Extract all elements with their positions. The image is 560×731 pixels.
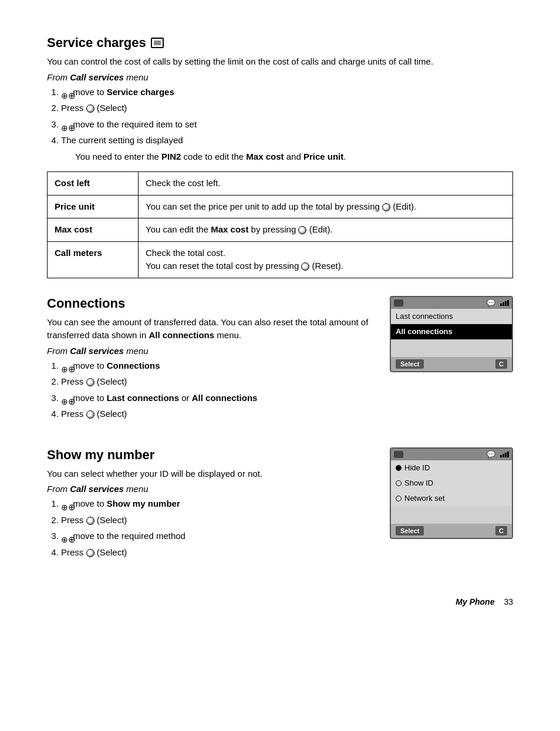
- step-4: The current setting is displayed You nee…: [61, 133, 513, 163]
- network-set-label: Network set: [404, 493, 445, 504]
- step-2: Press (Select): [61, 100, 513, 116]
- connections-title: Connections: [47, 296, 378, 311]
- page-footer: My Phone 33: [47, 591, 513, 607]
- service-charges-from-menu: From Call services menu: [47, 72, 513, 82]
- circle-btn-smn-1: [86, 517, 95, 525]
- circle-btn-conn-1: [86, 378, 95, 386]
- connections-title-text: Connections: [47, 296, 125, 311]
- smn-step-4: Press (Select): [61, 545, 378, 560]
- connections-from-menu: From Call services menu: [47, 346, 378, 356]
- show-my-number-from-menu: From Call services menu: [47, 484, 378, 494]
- smn-step-2: Press (Select): [61, 513, 378, 528]
- menu-item-hide-id: Hide ID: [391, 460, 512, 476]
- phone-signal-icon-smn: [500, 452, 509, 457]
- show-my-number-phone-mockup: 💬 Hide ID: [390, 447, 513, 568]
- footer-page-number: 33: [504, 597, 513, 607]
- table-desc-price-unit: You can set the price per unit to add up…: [139, 195, 513, 218]
- smn-menu: Hide ID Show ID Network set: [391, 460, 512, 524]
- table-row: Max cost You can edit the Max cost by pr…: [48, 218, 513, 242]
- hide-id-label: Hide ID: [404, 463, 430, 473]
- service-charges-intro: You can control the cost of calls by set…: [47, 55, 513, 69]
- select-softkey-conn[interactable]: Select: [396, 359, 424, 369]
- show-my-number-layout: Show my number You can select whether yo…: [47, 447, 513, 568]
- connections-steps: ⊕ move to Connections Press (Select) ⊕ m…: [61, 358, 378, 422]
- table-label-max-cost: Max cost: [48, 218, 139, 242]
- service-charges-section: Service charges You can control the cost…: [47, 35, 513, 278]
- smn-step-1: ⊕ move to Show my number: [61, 496, 378, 511]
- nav-icon-conn-2: ⊕: [61, 394, 70, 403]
- table-row: Price unit You can set the price per uni…: [48, 195, 513, 218]
- menu-item-last-connections: Last connections: [391, 309, 512, 324]
- table-desc-call-meters: Check the total cost.You can reset the t…: [139, 241, 513, 278]
- show-my-number-section: Show my number You can select whether yo…: [47, 447, 513, 568]
- phone-menu-icon-smn: [394, 451, 403, 458]
- table-label-call-meters: Call meters: [48, 241, 139, 278]
- table-desc-cost-left: Check the cost left.: [139, 172, 513, 196]
- smn-step-3: ⊕ move to the required method: [61, 528, 378, 544]
- service-charges-icon: [151, 38, 164, 48]
- step-3: ⊕ move to the required item to set: [61, 117, 513, 132]
- show-my-number-intro: You can select whether your ID will be d…: [47, 467, 378, 481]
- table-label-price-unit: Price unit: [48, 195, 139, 218]
- table-label-cost-left: Cost left: [48, 172, 139, 196]
- phone-footer-conn: Select C: [391, 357, 512, 371]
- conn-step-1: ⊕ move to Connections: [61, 358, 378, 373]
- c-key-conn[interactable]: C: [495, 359, 507, 369]
- connections-menu: Last connections All connections: [391, 309, 512, 357]
- phone-header-smn: 💬: [391, 449, 512, 460]
- phone-header-conn: 💬: [391, 297, 512, 309]
- c-key-smn[interactable]: C: [495, 526, 507, 535]
- nav-icon-smn-2: ⊕: [61, 532, 70, 541]
- step-1: ⊕ move to Service charges: [61, 85, 513, 100]
- table-desc-max-cost: You can edit the Max cost by pressing (E…: [139, 218, 513, 242]
- pin-note: You need to enter the PIN2 code to edit …: [75, 150, 513, 164]
- select-softkey-smn[interactable]: Select: [396, 526, 424, 535]
- menu-item-all-connections: All connections: [391, 324, 512, 339]
- radio-filled-hide-id: [396, 465, 402, 471]
- connections-phone-mockup: 💬 Last connections All connections: [390, 296, 513, 430]
- phone-footer-smn: Select C: [391, 524, 512, 538]
- conn-step-3: ⊕ move to Last connections or All connec…: [61, 390, 378, 406]
- conn-step-2: Press (Select): [61, 374, 378, 389]
- phone-signal-icon: [500, 300, 509, 306]
- show-my-number-text: Show my number You can select whether yo…: [47, 447, 378, 568]
- service-charges-title: Service charges: [47, 35, 513, 50]
- smn-phone-screen: 💬 Hide ID: [390, 447, 513, 540]
- phone-chat-icon: 💬: [487, 299, 495, 307]
- phone-spacer-smn: [391, 506, 512, 524]
- show-my-number-title: Show my number: [47, 447, 378, 463]
- nav-icon-1: ⊕: [61, 88, 70, 97]
- circle-btn-edit: [382, 203, 390, 211]
- service-charges-steps: ⊕ move to Service charges Press (Select)…: [61, 85, 513, 164]
- circle-btn-reset: [301, 262, 309, 271]
- menu-item-show-id: Show ID: [391, 476, 512, 491]
- phone-chat-icon-smn: 💬: [487, 450, 495, 459]
- service-charges-title-text: Service charges: [47, 35, 146, 50]
- show-my-number-steps: ⊕ move to Show my number Press (Select) …: [61, 496, 378, 560]
- menu-item-network-set: Network set: [391, 491, 512, 506]
- connections-layout: Connections You can see the amount of tr…: [47, 296, 513, 430]
- phone-spacer: [391, 339, 512, 357]
- show-id-label: Show ID: [404, 478, 433, 489]
- connections-section: Connections You can see the amount of tr…: [47, 296, 513, 430]
- circle-btn-smn-2: [86, 549, 95, 557]
- nav-icon-2: ⊕: [61, 120, 70, 130]
- connections-text: Connections You can see the amount of tr…: [47, 296, 378, 430]
- radio-empty-show-id: [396, 480, 402, 486]
- connections-intro: You can see the amount of transferred da…: [47, 316, 378, 342]
- nav-icon-conn-1: ⊕: [61, 362, 70, 371]
- show-my-number-title-text: Show my number: [47, 447, 154, 463]
- connections-phone-screen: 💬 Last connections All connections: [390, 296, 513, 372]
- phone-menu-icon: [394, 299, 403, 306]
- conn-step-4: Press (Select): [61, 406, 378, 422]
- circle-btn-edit2: [298, 226, 306, 234]
- nav-icon-smn-1: ⊕: [61, 500, 70, 509]
- table-row: Cost left Check the cost left.: [48, 172, 513, 196]
- radio-empty-network-set: [396, 496, 402, 501]
- circle-btn-conn-2: [86, 410, 95, 419]
- table-row: Call meters Check the total cost.You can…: [48, 241, 513, 278]
- service-charges-table: Cost left Check the cost left. Price uni…: [47, 171, 513, 278]
- footer-brand: My Phone: [456, 597, 494, 607]
- circle-btn-1: [86, 105, 95, 113]
